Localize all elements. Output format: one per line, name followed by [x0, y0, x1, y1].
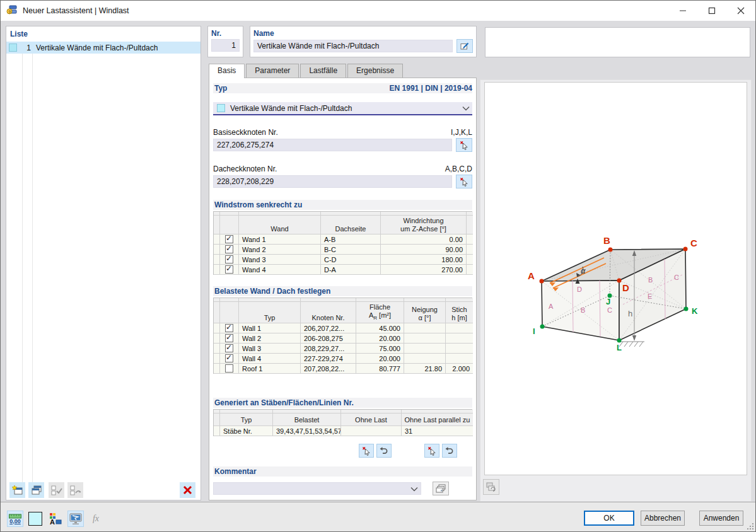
chevron-down-icon	[410, 483, 418, 494]
decimal-places-button[interactable]: 0,00	[7, 511, 23, 527]
wind-row-4-checkbox[interactable]	[225, 265, 233, 274]
minimize-button[interactable]	[668, 1, 697, 20]
tab-strip: Basis Parameter Lastfälle Ergebnisse	[209, 64, 404, 78]
typ-dropdown-value: Vertikale Wände mit Flach-/Pultdach	[230, 104, 352, 113]
base-nodes-corners: I,J,K,L	[451, 128, 472, 137]
save-preview-image-button	[483, 479, 499, 495]
nr-card: Nr.	[207, 26, 243, 57]
cyan-color-swatch	[28, 512, 42, 526]
new-item-button[interactable]	[9, 482, 25, 498]
delete-item-button[interactable]	[180, 482, 195, 498]
load-section-header: Belastete Wand / Dach festlegen	[213, 286, 472, 296]
pick-buttons-row	[213, 444, 472, 458]
col-windrichtung: Windrichtungum Z-Achse [°]	[381, 216, 467, 234]
copy-comment-button[interactable]	[433, 482, 449, 495]
wind-table: Wand Dachseite Windrichtungum Z-Achse [°…	[213, 211, 472, 275]
name-label: Name	[250, 26, 476, 39]
comment-row	[213, 482, 472, 495]
col-wand: Wand	[239, 216, 321, 234]
table-row: Wand 1 A-B 0.00	[214, 234, 472, 245]
wind-section-header: Windstrom senkrecht zu	[213, 200, 472, 210]
load-row-1-checkbox[interactable]	[225, 324, 233, 332]
base-nodes-input[interactable]	[213, 139, 452, 151]
generated-section-header: Generiert an Stäben/Flächen/Linien Nr.	[213, 398, 472, 408]
col-stich: Stichh [m]	[446, 302, 473, 323]
zone-label: B	[648, 276, 653, 284]
formula-button: fx	[88, 511, 104, 527]
list-item-label: Vertikale Wände mit Flach-/Pultdach	[36, 43, 158, 52]
tab-ergebnisse[interactable]: Ergebnisse	[347, 64, 403, 78]
color-swatch-button[interactable]	[27, 511, 44, 527]
roof-nodes-input[interactable]	[213, 175, 452, 188]
pick-base-nodes-button[interactable]	[456, 138, 472, 152]
node-label-b: B	[603, 235, 610, 246]
comment-dropdown[interactable]	[213, 482, 421, 495]
maximize-button[interactable]	[697, 1, 726, 20]
svg-text:9: 9	[8, 9, 11, 14]
load-row-5-checkbox[interactable]	[225, 364, 233, 373]
table-row: Wand 2 B-C 90.00	[214, 245, 472, 255]
zone-label: E	[648, 292, 652, 300]
load-row-3-checkbox[interactable]	[225, 344, 233, 352]
wind-row-1-checkbox[interactable]	[225, 235, 233, 243]
zone-label: C	[674, 274, 679, 281]
nr-label: Nr.	[208, 26, 243, 39]
list-panel: Liste 1 Vertikale Wände mit Flach-/Pultd…	[6, 26, 201, 500]
wind-row-3-checkbox[interactable]	[225, 255, 233, 263]
wind-row-2-checkbox[interactable]	[225, 245, 233, 253]
col-dachseite: Dachseite	[321, 216, 381, 234]
load-table: Typ Knoten Nr. Fläche AR [m²] Neigungα […	[213, 298, 472, 374]
list-area: 1 Vertikale Wände mit Flach-/Pultdach	[6, 42, 201, 482]
height-label: h	[628, 309, 632, 318]
preview-3d-model: α D h	[485, 83, 748, 476]
pick-parallel-button[interactable]	[424, 444, 439, 458]
load-row-4-checkbox[interactable]	[225, 354, 233, 362]
base-nodes-label: Basiseckknoten Nr.	[213, 128, 278, 137]
tab-lastfaelle[interactable]: Lastfälle	[300, 64, 346, 78]
undo-ohne-last-button[interactable]	[376, 444, 392, 458]
ok-button[interactable]: OK	[584, 511, 634, 526]
pick-roof-nodes-button[interactable]	[456, 175, 472, 188]
col-ohne-last-parallel: Ohne Last parallel zu	[402, 413, 473, 426]
copy-item-button[interactable]	[28, 482, 44, 498]
monitor-view-button[interactable]	[67, 511, 84, 527]
alpha-label: α	[581, 266, 586, 275]
col-typ: Typ	[239, 302, 301, 323]
info-panel	[485, 27, 750, 57]
list-item-number: 1	[17, 43, 31, 52]
svg-text:A: A	[50, 518, 55, 525]
typ-section-header: Typ EN 1991 | DIN | 2019-04	[213, 83, 472, 93]
node-label-j: J	[606, 297, 610, 306]
col-knoten: Knoten Nr.	[301, 302, 356, 323]
pick-ohne-last-button[interactable]	[359, 444, 374, 458]
col-belastet: Belastet	[273, 413, 341, 426]
apply-button[interactable]: Anwenden	[699, 511, 743, 526]
load-row-2-checkbox[interactable]	[225, 334, 233, 342]
cancel-button[interactable]: Abbrechen	[641, 511, 685, 526]
list-item-selected[interactable]: 1 Vertikale Wände mit Flach-/Pultdach	[6, 42, 201, 54]
tab-parameter[interactable]: Parameter	[246, 64, 299, 78]
node-label-i: I	[533, 327, 535, 336]
name-card: Name	[250, 26, 477, 57]
display-colors-button[interactable]: A	[47, 511, 64, 527]
col-neigung: Neigungα [°]	[404, 302, 446, 323]
load-wizard-dialog: 9 Neuer Lastassistent | Windlast Liste	[0, 0, 756, 532]
roof-nodes-label-row: Dacheckknoten Nr. A,B,C,D	[213, 165, 472, 173]
window-title: Neuer Lastassistent | Windlast	[23, 6, 129, 15]
table-row: Wall 1 206,207,22... 45.000	[214, 323, 472, 333]
invert-checks-button	[67, 482, 83, 498]
table-row: Stäbe Nr. 39,43,47,51,53,54,57 31	[214, 426, 472, 436]
table-row: Wand 4 D-A 270.00	[214, 265, 472, 275]
undo-parallel-button[interactable]	[442, 444, 457, 458]
node-label-c: C	[690, 238, 697, 248]
node-label-k: K	[692, 306, 698, 316]
nr-input[interactable]	[211, 39, 240, 52]
close-button[interactable]	[726, 1, 755, 20]
tab-basis[interactable]: Basis	[209, 64, 245, 78]
typ-dropdown[interactable]: Vertikale Wände mit Flach-/Pultdach	[213, 102, 472, 115]
edit-name-button[interactable]	[457, 39, 473, 53]
app-icon: 9	[6, 4, 18, 18]
node-label-l: L	[617, 343, 622, 352]
name-input[interactable]	[253, 40, 453, 52]
resize-grip[interactable]	[747, 523, 754, 530]
